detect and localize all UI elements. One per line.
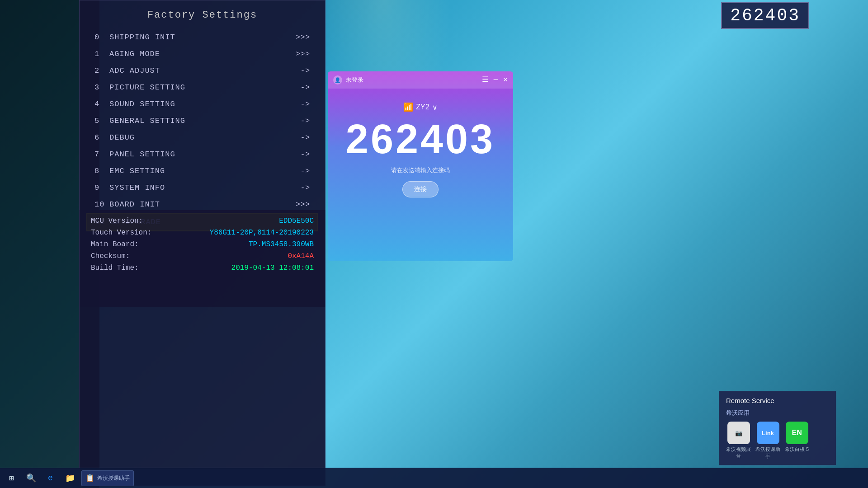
build-time-value: 2019-04-13 12:08:01 xyxy=(231,264,314,272)
item-arrow-1: >>> xyxy=(296,50,310,58)
mcu-value: EDD5E50C xyxy=(279,217,314,225)
start-button[interactable]: ⊞ xyxy=(4,470,19,486)
explorer-icon: 📁 xyxy=(65,473,75,483)
link-app-icon: Link xyxy=(757,422,779,444)
code-hint: 请在发送端输入连接码 xyxy=(391,166,450,174)
menu-item-2[interactable]: 2 ADC ADJUST -> xyxy=(86,62,318,79)
item-label-9: SYSTEM INFO xyxy=(109,183,165,192)
task-view-icon: 🔍 xyxy=(26,473,36,483)
build-time-label: Build Time: xyxy=(91,264,139,272)
remote-service-panel: Remote Service 希沃应用 📷 希沃视频展台 Link 希沃授课助手… xyxy=(719,391,836,465)
connect-button[interactable]: 连接 xyxy=(402,181,439,197)
dialog-titlebar: 👤 未登录 ☰ ─ ✕ xyxy=(328,71,513,89)
main-board-label: Main Board: xyxy=(91,240,139,249)
item-arrow-9: -> xyxy=(301,184,310,192)
wifi-row: 📶 ZY2 ∨ xyxy=(403,102,437,112)
dialog-title-text: 未登录 xyxy=(346,76,363,84)
remote-service-subtitle: 希沃应用 xyxy=(726,409,829,417)
item-num-3: 3 xyxy=(94,83,106,92)
explorer-button[interactable]: 📁 xyxy=(62,470,78,486)
counter-display: 262403 xyxy=(721,2,809,29)
item-label-4: SOUND SETTING xyxy=(109,100,175,108)
item-num-0: 0 xyxy=(94,33,106,42)
camera-app-label: 希沃视频展台 xyxy=(726,446,751,460)
item-arrow-3: -> xyxy=(301,84,310,92)
main-board-row: Main Board: TP.MS3458.390WB xyxy=(91,240,314,249)
item-arrow-0: >>> xyxy=(296,33,310,42)
xivo-app-icon: 📋 xyxy=(85,474,94,483)
remote-service-title: Remote Service xyxy=(726,397,829,404)
item-arrow-4: -> xyxy=(301,100,310,108)
touch-value: Y86G11-20P,8114-20190223 xyxy=(210,229,314,237)
item-label-7: PANEL SETTING xyxy=(109,150,175,159)
user-icon: 👤 xyxy=(333,75,342,84)
en-app-label: 希沃白板 5 xyxy=(785,446,809,453)
menu-item-3[interactable]: 3 PICTURE SETTING -> xyxy=(86,79,318,96)
menu-icon[interactable]: ☰ xyxy=(482,76,488,84)
item-arrow-10: >>> xyxy=(296,201,310,209)
touch-label: Touch Version: xyxy=(91,229,151,237)
menu-item-8[interactable]: 8 EMC SETTING -> xyxy=(86,163,318,179)
wifi-icon: 📶 xyxy=(403,102,413,112)
menu-item-7[interactable]: 7 PANEL SETTING -> xyxy=(86,146,318,163)
item-label-10: BOARD INIT xyxy=(109,200,160,209)
item-num-4: 4 xyxy=(94,100,106,108)
checksum-row: Checksum: 0xA14A xyxy=(91,252,314,260)
version-info-section: MCU Version: EDD5E50C Touch Version: Y86… xyxy=(79,210,326,486)
item-label-3: PICTURE SETTING xyxy=(109,83,185,92)
remote-app-camera[interactable]: 📷 希沃视频展台 xyxy=(726,422,751,460)
menu-item-9[interactable]: 9 SYSTEM INFO -> xyxy=(86,179,318,196)
item-num-9: 9 xyxy=(94,183,106,192)
item-num-5: 5 xyxy=(94,117,106,125)
item-num-2: 2 xyxy=(94,66,106,75)
item-arrow-2: -> xyxy=(301,67,310,75)
dialog-controls: ☰ ─ ✕ xyxy=(482,76,508,84)
item-label-2: ADC ADJUST xyxy=(109,66,160,75)
dialog-body: 📶 ZY2 ∨ 262403 请在发送端输入连接码 连接 xyxy=(328,89,513,211)
taskbar-app-xivo[interactable]: 📋 希沃授课助手 xyxy=(81,470,134,486)
menu-item-6[interactable]: 6 DEBUG -> xyxy=(86,129,318,146)
ie-button[interactable]: e xyxy=(42,470,58,486)
remote-apps-list: 📷 希沃视频展台 Link 希沃授课助手 EN 希沃白板 5 xyxy=(726,422,829,460)
touch-version-row: Touch Version: Y86G11-20P,8114-20190223 xyxy=(91,229,314,237)
connection-code: 262403 xyxy=(346,119,495,160)
counter-value: 262403 xyxy=(730,6,800,25)
item-num-6: 6 xyxy=(94,133,106,142)
factory-title: Factory Settings xyxy=(86,9,318,21)
en-app-icon: EN xyxy=(786,422,808,444)
menu-item-0[interactable]: 0 SHIPPING INIT >>> xyxy=(86,29,318,46)
windows-icon: ⊞ xyxy=(9,473,14,483)
mcu-version-row: MCU Version: EDD5E50C xyxy=(91,217,314,225)
task-view-button[interactable]: 🔍 xyxy=(23,470,39,486)
item-label-0: SHIPPING INIT xyxy=(109,33,175,42)
item-label-6: DEBUG xyxy=(109,133,135,142)
close-icon[interactable]: ✕ xyxy=(503,76,508,84)
dropdown-icon: ∨ xyxy=(432,103,438,112)
item-label-5: GENERAL SETTING xyxy=(109,117,185,125)
checksum-label: Checksum: xyxy=(91,252,130,260)
item-num-7: 7 xyxy=(94,150,106,159)
item-num-8: 8 xyxy=(94,167,106,175)
dialog-title-left: 👤 未登录 xyxy=(333,75,363,84)
build-time-row: Build Time: 2019-04-13 12:08:01 xyxy=(91,264,314,272)
menu-item-4[interactable]: 4 SOUND SETTING -> xyxy=(86,96,318,113)
main-board-value: TP.MS3458.390WB xyxy=(249,240,314,249)
item-num-1: 1 xyxy=(94,50,106,58)
menu-item-5[interactable]: 5 GENERAL SETTING -> xyxy=(86,113,318,129)
xivo-app-label: 希沃授课助手 xyxy=(97,474,130,482)
link-app-label: 希沃授课助手 xyxy=(755,446,780,460)
mcu-label: MCU Version: xyxy=(91,217,143,225)
camera-app-icon: 📷 xyxy=(727,422,750,444)
item-arrow-7: -> xyxy=(301,150,310,159)
item-arrow-8: -> xyxy=(301,167,310,175)
item-label-8: EMC SETTING xyxy=(109,167,165,175)
remote-app-link[interactable]: Link 希沃授课助手 xyxy=(755,422,780,460)
phone-dialog: 👤 未登录 ☰ ─ ✕ 📶 ZY2 ∨ 262403 请在发送端输入连接码 连接 xyxy=(328,71,513,261)
taskbar: ⊞ 🔍 e 📁 📋 希沃授课助手 xyxy=(0,468,868,488)
item-label-1: AGING MODE xyxy=(109,50,160,58)
ie-icon: e xyxy=(48,474,53,483)
minimize-icon[interactable]: ─ xyxy=(494,76,498,84)
menu-item-1[interactable]: 1 AGING MODE >>> xyxy=(86,46,318,62)
item-arrow-6: -> xyxy=(301,134,310,142)
remote-app-en[interactable]: EN 希沃白板 5 xyxy=(785,422,809,453)
